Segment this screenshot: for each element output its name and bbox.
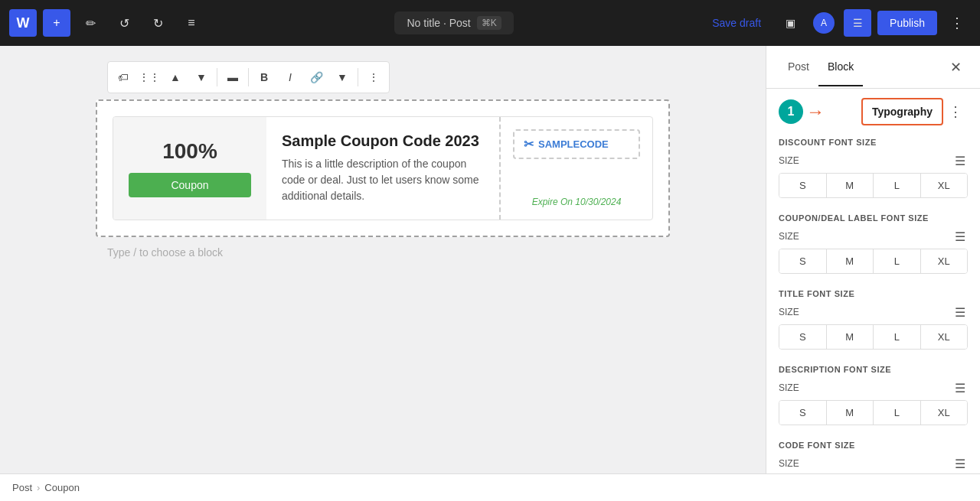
more-vertical-icon: ⋮	[949, 103, 962, 120]
discount-size-s[interactable]: S	[779, 174, 827, 197]
settings-button[interactable]: ☰	[844, 9, 871, 37]
size-label-discount: SIZE	[779, 155, 799, 166]
coupon-label-font-size-label: COUPON/DEAL LABEL FONT SIZE	[779, 213, 968, 223]
coupon-label-size-l[interactable]: L	[874, 249, 921, 273]
code-font-size-section: CODE FONT SIZE SIZE ☰ S M L XL	[779, 441, 968, 473]
code-font-size-label: CODE FONT SIZE	[779, 441, 968, 450]
coupon-label-size-row: SIZE ☰	[779, 229, 968, 244]
adjust-icon-4: ☰	[955, 381, 965, 395]
block-more-options-button[interactable]: ⋮	[361, 65, 386, 89]
title-size-s[interactable]: S	[779, 325, 827, 349]
link-button[interactable]: 🔗	[304, 65, 328, 89]
code-size-adjust-button[interactable]: ☰	[952, 456, 968, 471]
coupon-button[interactable]: Coupon	[129, 173, 251, 197]
publish-button[interactable]: Publish	[877, 11, 937, 35]
undo-icon: ↺	[119, 16, 129, 31]
description-size-l[interactable]: L	[874, 401, 921, 425]
description-size-xl[interactable]: XL	[921, 401, 968, 425]
align-button[interactable]: ▬	[220, 65, 245, 89]
coupon-label-size-xl[interactable]: XL	[921, 249, 968, 273]
tools-button[interactable]: ✏	[77, 9, 104, 37]
toolbar-divider-1	[217, 68, 217, 86]
more-options-button[interactable]: ⋮	[943, 9, 971, 37]
drag-handle[interactable]: ⋮⋮	[137, 65, 162, 89]
title-size-l[interactable]: L	[874, 325, 921, 349]
scissors-icon: ✂	[524, 137, 534, 151]
size-label-description: SIZE	[779, 382, 799, 393]
adjust-icon-3: ☰	[955, 305, 965, 320]
list-icon: ≡	[188, 16, 194, 30]
document-overview-button[interactable]: ≡	[178, 9, 205, 37]
sidebar: Post Block ✕ 1 → Typography ⋮ DISCOUNT F…	[766, 46, 980, 473]
vertical-dots-icon: ⋮	[368, 71, 379, 83]
monitor-icon: ▣	[786, 17, 795, 29]
title-size-m[interactable]: M	[827, 325, 874, 349]
bold-button[interactable]: B	[252, 65, 276, 89]
coupon-code-box: ✂ SAMPLECODE	[513, 129, 640, 159]
move-up-button[interactable]: ▲	[163, 65, 188, 89]
chevron-down-icon: ▼	[337, 71, 348, 83]
more-rich-text-button[interactable]: ▼	[330, 65, 354, 89]
coupon-right-panel: ✂ SAMPLECODE Expire On 10/30/2024	[499, 117, 652, 220]
wordpress-logo[interactable]: W	[9, 9, 37, 37]
sidebar-tabs: Post Block ✕	[766, 46, 980, 89]
coupon-icon-button[interactable]: 🏷	[111, 65, 136, 89]
avatar-icon: A	[813, 12, 835, 34]
sidebar-close-button[interactable]: ✕	[943, 55, 968, 80]
code-size-row: SIZE ☰	[779, 456, 968, 471]
top-bar-left: W + ✏ ↺ ↻ ≡	[9, 9, 205, 37]
move-down-button[interactable]: ▼	[189, 65, 214, 89]
settings-icon: ☰	[853, 17, 863, 29]
toolbar-divider-3	[358, 68, 358, 86]
breadcrumb: Post › Coupon	[0, 473, 980, 501]
typography-tab-highlight[interactable]: Typography	[861, 98, 943, 125]
adjust-icon-5: ☰	[955, 457, 965, 471]
arrow-icon: →	[803, 104, 861, 119]
sidebar-content: DISCOUNT FONT SIZE SIZE ☰ S M L XL COUPO…	[766, 125, 980, 473]
view-button[interactable]: ▣	[776, 9, 804, 37]
discount-size-m[interactable]: M	[827, 174, 874, 197]
title-size-xl[interactable]: XL	[921, 325, 968, 349]
title-size-adjust-button[interactable]: ☰	[952, 304, 968, 320]
coupon-label-size-adjust-button[interactable]: ☰	[952, 229, 968, 244]
size-label-code: SIZE	[779, 458, 799, 469]
undo-button[interactable]: ↺	[110, 9, 138, 37]
sidebar-more-button[interactable]: ⋮	[943, 99, 968, 124]
description-size-row: SIZE ☰	[779, 380, 968, 395]
post-title-area: No title · Post ⌘K	[394, 11, 513, 34]
close-icon: ✕	[950, 59, 962, 76]
description-size-m[interactable]: M	[827, 401, 874, 425]
drag-icon: ⋮⋮	[139, 71, 160, 83]
avatar-button[interactable]: A	[810, 9, 838, 37]
discount-size-xl[interactable]: XL	[921, 174, 968, 197]
block-placeholder[interactable]: Type / to choose a block	[107, 246, 223, 259]
italic-button[interactable]: I	[278, 65, 302, 89]
breadcrumb-separator: ›	[37, 482, 40, 493]
discount-size-adjust-button[interactable]: ☰	[952, 153, 968, 168]
adjust-icon-2: ☰	[955, 229, 965, 244]
tab-block[interactable]: Block	[818, 48, 863, 86]
coupon-label-size-s[interactable]: S	[779, 249, 827, 273]
coupon-label-size-m[interactable]: M	[827, 249, 874, 273]
coupon-description: This is a little description of the coup…	[282, 156, 484, 204]
coupon-middle-panel: Sample Coupon Code 2023 This is a little…	[266, 117, 499, 220]
coupon-title: Sample Coupon Code 2023	[282, 132, 484, 150]
tab-post[interactable]: Post	[779, 48, 818, 86]
description-size-s[interactable]: S	[779, 401, 827, 425]
coupon-block-wrapper: 100% Coupon Sample Coupon Code 2023 This…	[96, 99, 670, 237]
discount-size-row: SIZE ☰	[779, 153, 968, 168]
discount-size-l[interactable]: L	[874, 174, 921, 197]
italic-icon: I	[289, 71, 292, 83]
breadcrumb-post[interactable]: Post	[12, 482, 32, 493]
coupon-icon: 🏷	[118, 71, 129, 83]
add-block-button[interactable]: +	[43, 9, 70, 37]
save-draft-button[interactable]: Save draft	[703, 12, 770, 34]
redo-button[interactable]: ↻	[144, 9, 172, 37]
link-icon: 🔗	[310, 71, 323, 83]
expiry-text: Expire On 10/30/2024	[532, 197, 622, 207]
description-size-adjust-button[interactable]: ☰	[952, 380, 968, 395]
more-icon: ⋮	[950, 15, 964, 31]
size-label-coupon: SIZE	[779, 231, 799, 242]
editor-area: 🏷 ⋮⋮ ▲ ▼ ▬ B I 🔗	[0, 46, 766, 473]
main-layout: 🏷 ⋮⋮ ▲ ▼ ▬ B I 🔗	[0, 46, 980, 473]
